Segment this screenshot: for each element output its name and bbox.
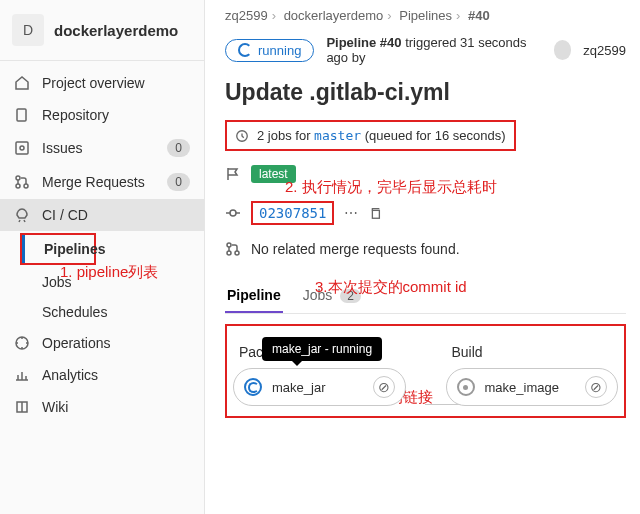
pipeline-tabs: Pipeline Jobs 2: [225, 277, 626, 314]
clock-icon: [235, 129, 249, 143]
status-row: running Pipeline #40 triggered 31 second…: [225, 35, 626, 65]
project-header[interactable]: D dockerlayerdemo: [0, 0, 204, 61]
breadcrumb: zq2599› dockerlayerdemo› Pipelines› #40: [225, 8, 626, 23]
svg-point-11: [227, 251, 231, 255]
copy-icon[interactable]: [368, 206, 382, 220]
crumb-current: #40: [468, 8, 490, 23]
job-make-jar[interactable]: make_jar - running make_jar ⊘: [233, 368, 406, 406]
nav-badge: 0: [167, 139, 190, 157]
job-label: make_jar: [272, 380, 325, 395]
subnav-jobs[interactable]: Jobs: [0, 267, 204, 297]
tab-pipeline[interactable]: Pipeline: [225, 277, 283, 313]
merge-request-row: No related merge requests found.: [225, 241, 626, 257]
crumb-project[interactable]: dockerlayerdemo: [284, 8, 384, 23]
job-label: make_image: [485, 380, 559, 395]
nav-label: Operations: [42, 335, 110, 351]
cancel-button[interactable]: ⊘: [373, 376, 395, 398]
issues-icon: [14, 140, 30, 156]
running-icon: [244, 378, 262, 396]
nav-project-overview[interactable]: Project overview: [0, 67, 204, 99]
svg-point-12: [235, 251, 239, 255]
flag-icon: [225, 166, 241, 182]
nav-merge-requests[interactable]: Merge Requests 0: [0, 165, 204, 199]
mr-text: No related merge requests found.: [251, 241, 460, 257]
svg-point-10: [227, 243, 231, 247]
sidebar-nav: Project overview Repository Issues 0 Mer…: [0, 61, 204, 429]
cancel-button[interactable]: ⊘: [585, 376, 607, 398]
nav-ci-cd[interactable]: CI / CD: [0, 199, 204, 231]
commit-ellipsis[interactable]: ⋯: [344, 205, 358, 221]
main-content: zq2599› dockerlayerdemo› Pipelines› #40 …: [205, 0, 640, 514]
status-badge-running[interactable]: running: [225, 39, 314, 62]
svg-point-5: [24, 184, 28, 188]
trigger-text: Pipeline #40 triggered 31 seconds ago by: [326, 35, 541, 65]
project-avatar: D: [12, 14, 44, 46]
files-icon: [14, 107, 30, 123]
book-icon: [14, 399, 30, 415]
merge-icon: [225, 241, 241, 257]
commit-sha-link[interactable]: 02307851: [251, 201, 334, 225]
svg-rect-0: [17, 109, 26, 121]
merge-icon: [14, 174, 30, 190]
nav-label: CI / CD: [42, 207, 88, 223]
crumb-user[interactable]: zq2599: [225, 8, 268, 23]
stages-container: Package make_jar - running make_jar ⊘ Bu…: [225, 324, 626, 418]
stage-name: Build: [446, 344, 619, 360]
svg-point-8: [230, 210, 236, 216]
branch-link[interactable]: master: [314, 128, 361, 143]
nav-issues[interactable]: Issues 0: [0, 131, 204, 165]
subnav-schedules[interactable]: Schedules: [0, 297, 204, 327]
rocket-icon: [14, 207, 30, 223]
nav-analytics[interactable]: Analytics: [0, 359, 204, 391]
job-tooltip: make_jar - running: [262, 337, 382, 361]
svg-point-3: [16, 176, 20, 180]
crumb-pipelines[interactable]: Pipelines: [399, 8, 452, 23]
operations-icon: [14, 335, 30, 351]
commit-icon: [225, 205, 241, 221]
project-name: dockerlayerdemo: [54, 22, 178, 39]
nav-badge: 0: [167, 173, 190, 191]
avatar[interactable]: [554, 40, 572, 60]
nav-label: Project overview: [42, 75, 145, 91]
stage-package: Package make_jar - running make_jar ⊘: [233, 344, 406, 406]
created-icon: [457, 378, 475, 396]
nav-label: Issues: [42, 140, 82, 156]
stage-build: Build make_image ⊘: [446, 344, 619, 406]
tab-jobs[interactable]: Jobs 2: [301, 277, 363, 313]
ci-cd-subitems: Pipelines Jobs 1. pipeline列表 Schedules: [0, 233, 204, 327]
nav-repository[interactable]: Repository: [0, 99, 204, 131]
page-title: Update .gitlab-ci.yml: [225, 79, 626, 106]
sidebar: D dockerlayerdemo Project overview Repos…: [0, 0, 205, 514]
jobs-summary: 2 jobs for master (queued for 16 seconds…: [225, 120, 516, 151]
svg-rect-1: [16, 142, 28, 154]
nav-label: Repository: [42, 107, 109, 123]
svg-point-2: [20, 146, 24, 150]
trigger-user[interactable]: zq2599: [583, 43, 626, 58]
nav-label: Merge Requests: [42, 174, 145, 190]
subnav-pipelines[interactable]: Pipelines: [20, 233, 96, 265]
nav-label: Wiki: [42, 399, 68, 415]
commit-row: 02307851 ⋯: [225, 201, 626, 225]
flags-row: latest: [225, 165, 626, 183]
nav-operations[interactable]: Operations: [0, 327, 204, 359]
svg-point-4: [16, 184, 20, 188]
svg-rect-9: [373, 210, 380, 218]
job-make-image[interactable]: make_image ⊘: [446, 368, 619, 406]
home-icon: [14, 75, 30, 91]
nav-label: Analytics: [42, 367, 98, 383]
nav-wiki[interactable]: Wiki: [0, 391, 204, 423]
badge-latest: latest: [251, 165, 296, 183]
chart-icon: [14, 367, 30, 383]
